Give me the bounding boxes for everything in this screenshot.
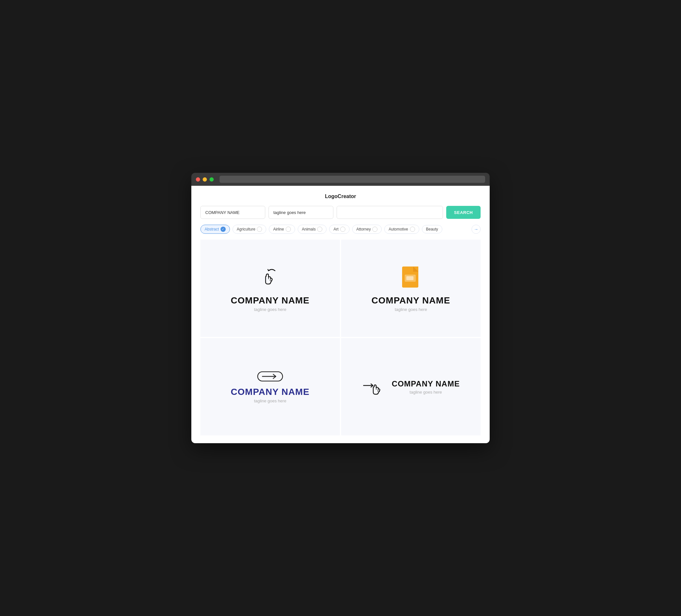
svg-line-11 (378, 389, 378, 392)
address-bar[interactable] (220, 176, 485, 183)
svg-line-2 (272, 280, 272, 281)
logo1-tagline: tagline goes here (254, 307, 286, 312)
category-agriculture[interactable]: Agriculture ✓ (232, 225, 266, 234)
category-attorney-label: Attorney (356, 227, 371, 231)
logo-card-1[interactable]: COMPANY NAME tagline goes here (200, 239, 340, 337)
logo1-company-name: COMPANY NAME (231, 296, 310, 306)
category-abstract[interactable]: Abstract ✓ (200, 225, 230, 234)
logo3-tagline: tagline goes here (254, 399, 286, 403)
hand-swipe-icon (257, 265, 283, 291)
category-art-check: ✓ (340, 227, 345, 232)
document-icon (401, 265, 422, 291)
category-animals[interactable]: Animals ✓ (298, 225, 327, 234)
svg-line-12 (379, 390, 380, 392)
pill-arrow-icon (257, 370, 283, 382)
category-beauty-label: Beauty (426, 227, 438, 231)
logo2-tagline: tagline goes here (395, 307, 427, 312)
browser-window: LogoCreator SEARCH Abstract ✓ Agricultur… (191, 173, 490, 443)
category-next-arrow[interactable]: → (472, 225, 481, 234)
company-name-input[interactable] (200, 206, 265, 219)
svg-line-1 (270, 279, 271, 281)
category-abstract-check: ✓ (221, 227, 226, 232)
hand-small-icon (362, 373, 388, 399)
app-title: LogoCreator (200, 194, 481, 199)
category-automotive[interactable]: Automotive ✓ (384, 225, 419, 234)
logo-card-3[interactable]: COMPANY NAME tagline goes here (200, 338, 340, 435)
traffic-light-close[interactable] (196, 177, 200, 182)
browser-titlebar (191, 173, 490, 186)
category-agriculture-label: Agriculture (237, 227, 255, 231)
category-airline-check: ✓ (286, 227, 291, 232)
logo-card-4[interactable]: COMPANY NAME tagline goes here (341, 338, 481, 435)
category-abstract-label: Abstract (205, 227, 219, 231)
category-airline-label: Airline (273, 227, 284, 231)
category-automotive-label: Automotive (388, 227, 408, 231)
logo4-icon-wrapper (362, 373, 388, 401)
category-agriculture-check: ✓ (257, 227, 262, 232)
category-automotive-check: ✓ (410, 227, 415, 232)
category-airline[interactable]: Airline ✓ (269, 225, 295, 234)
tagline-input[interactable] (269, 206, 333, 219)
category-animals-label: Animals (302, 227, 316, 231)
category-animals-check: ✓ (317, 227, 322, 232)
category-bar: Abstract ✓ Agriculture ✓ Airline ✓ Anima… (200, 225, 481, 234)
traffic-light-maximize[interactable] (209, 177, 214, 182)
search-button[interactable]: SEARCH (446, 206, 481, 219)
category-attorney[interactable]: Attorney ✓ (352, 225, 382, 234)
logo3-company-name: COMPANY NAME (231, 387, 310, 397)
svg-rect-6 (406, 276, 413, 280)
main-content: LogoCreator SEARCH Abstract ✓ Agricultur… (191, 186, 490, 443)
keyword-input[interactable] (336, 206, 443, 219)
search-bar: SEARCH (200, 206, 481, 219)
category-art-label: Art (333, 227, 338, 231)
logo-card-2[interactable]: COMPANY NAME tagline goes here (341, 239, 481, 337)
category-beauty[interactable]: Beauty (422, 225, 442, 233)
logo4-tagline: tagline goes here (392, 390, 460, 394)
category-attorney-check: ✓ (372, 227, 377, 232)
traffic-light-minimize[interactable] (203, 177, 207, 182)
logo-grid: COMPANY NAME tagline goes here COM (200, 239, 481, 435)
logo4-inline-wrapper: COMPANY NAME tagline goes here (362, 373, 460, 401)
logo4-text-wrapper: COMPANY NAME tagline goes here (392, 379, 460, 394)
category-art[interactable]: Art ✓ (329, 225, 349, 234)
logo2-company-name: COMPANY NAME (372, 296, 450, 306)
logo4-company-name: COMPANY NAME (392, 379, 460, 388)
